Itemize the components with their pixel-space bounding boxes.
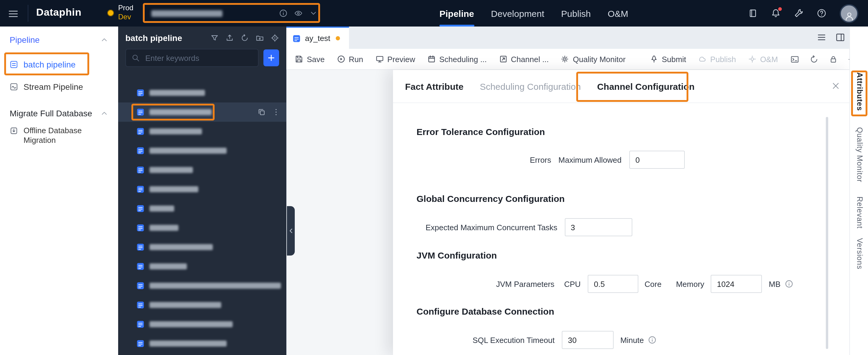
run-button[interactable]: Run bbox=[337, 55, 363, 64]
tree-item[interactable] bbox=[118, 122, 286, 141]
section-title-database-connection: Configure Database Connection bbox=[416, 306, 554, 316]
info-icon[interactable] bbox=[785, 280, 793, 288]
close-icon[interactable] bbox=[831, 82, 840, 90]
table-icon bbox=[136, 224, 145, 232]
memory-input[interactable] bbox=[711, 275, 762, 293]
sidebar-item-offline-database-migration[interactable]: Offline Database Migration bbox=[0, 122, 118, 150]
expected-max-concurrent-tasks-label: Expected Maximum Concurrent Tasks bbox=[426, 223, 557, 232]
search-icon bbox=[131, 54, 140, 62]
search-input[interactable] bbox=[144, 53, 253, 63]
wrench-icon[interactable] bbox=[794, 8, 804, 18]
section-title-error-tolerance: Error Tolerance Configuration bbox=[416, 127, 545, 137]
channel-config-button[interactable]: Channel ... bbox=[499, 55, 549, 64]
tab-channel-configuration[interactable]: Channel Configuration bbox=[597, 81, 694, 91]
locate-icon[interactable] bbox=[271, 34, 279, 42]
tab-fact-attribute[interactable]: Fact Attribute bbox=[405, 81, 464, 91]
sidebar-section-label: Migrate Full Database bbox=[10, 108, 92, 118]
masked-item-name bbox=[150, 341, 227, 347]
masked-item-name bbox=[150, 283, 281, 289]
channel-configuration-panel: Fact Attribute Scheduling Configuration … bbox=[393, 70, 850, 355]
tree-item[interactable] bbox=[118, 334, 286, 353]
project-selector[interactable] bbox=[148, 5, 321, 22]
copy-icon[interactable] bbox=[257, 108, 266, 116]
tree-item[interactable] bbox=[118, 141, 286, 160]
info-icon[interactable] bbox=[648, 336, 656, 344]
max-errors-input[interactable] bbox=[629, 151, 685, 169]
tree-item[interactable] bbox=[118, 180, 286, 199]
tree-item[interactable] bbox=[118, 276, 286, 295]
rail-tab-attributes[interactable]: Attributes bbox=[855, 72, 864, 111]
memory-label: Memory bbox=[676, 279, 704, 288]
run-icon bbox=[337, 55, 345, 63]
jvm-row: JVM Parameters CPU Core Memory MB bbox=[496, 275, 793, 293]
tree-item[interactable] bbox=[118, 102, 286, 122]
sidebar-section-migrate-full-database[interactable]: Migrate Full Database bbox=[0, 105, 118, 122]
info-icon[interactable] bbox=[279, 9, 287, 18]
tree-search bbox=[125, 49, 258, 67]
nav-publish[interactable]: Publish bbox=[561, 0, 591, 27]
tree-item[interactable] bbox=[118, 295, 286, 315]
tab-list-icon[interactable] bbox=[817, 33, 827, 42]
sidebar-header-pipeline[interactable]: Pipeline bbox=[0, 27, 118, 53]
tree-item[interactable] bbox=[118, 83, 286, 102]
chevron-down-icon[interactable] bbox=[309, 9, 318, 18]
object-tree-panel: batch pipeline bbox=[118, 27, 286, 355]
tab-label: ay_test bbox=[305, 34, 330, 43]
concurrent-tasks-input[interactable] bbox=[564, 218, 632, 236]
refresh-icon[interactable] bbox=[241, 34, 249, 42]
rail-tab-quality-monitor[interactable]: Quality Monitor bbox=[855, 127, 864, 182]
kebab-menu-icon[interactable] bbox=[272, 108, 280, 116]
tree-item[interactable] bbox=[118, 237, 286, 257]
rail-tab-versions[interactable]: Versions bbox=[855, 238, 864, 269]
export-icon[interactable] bbox=[225, 34, 234, 42]
publish-cloud-icon bbox=[698, 55, 707, 63]
menu-icon[interactable] bbox=[8, 8, 19, 19]
add-button[interactable] bbox=[264, 50, 279, 66]
tree-item[interactable] bbox=[118, 315, 286, 334]
docs-icon[interactable] bbox=[748, 8, 758, 18]
env-switcher[interactable]: Prod Dev bbox=[107, 4, 133, 22]
filter-icon[interactable] bbox=[210, 34, 219, 42]
tree-item[interactable] bbox=[118, 257, 286, 276]
om-button[interactable]: O&M bbox=[748, 55, 778, 64]
layout-icon[interactable] bbox=[835, 33, 845, 42]
main-area: ay_test Save Run Preview bbox=[286, 27, 850, 355]
tree-item[interactable] bbox=[118, 160, 286, 180]
submit-icon bbox=[650, 55, 658, 63]
new-folder-icon[interactable] bbox=[255, 34, 264, 42]
avatar[interactable] bbox=[840, 4, 858, 23]
notifications-button[interactable] bbox=[771, 8, 781, 18]
lock-icon[interactable] bbox=[829, 55, 838, 64]
tree-item[interactable] bbox=[118, 199, 286, 218]
nav-development[interactable]: Development bbox=[491, 0, 544, 27]
masked-item-name bbox=[150, 321, 233, 327]
scheduling-config-button[interactable]: Scheduling ... bbox=[427, 55, 487, 64]
sidebar-item-stream-pipeline[interactable]: Stream Pipeline bbox=[0, 75, 118, 98]
refresh-icon[interactable] bbox=[809, 55, 818, 64]
section-title-jvm: JVM Configuration bbox=[416, 250, 497, 260]
cpu-input[interactable] bbox=[588, 275, 639, 293]
publish-button[interactable]: Publish bbox=[698, 55, 736, 64]
help-icon[interactable] bbox=[817, 8, 827, 18]
sql-execution-timeout-label: SQL Execution Timeout bbox=[472, 335, 555, 345]
rail-tab-relevant[interactable]: Relevant bbox=[855, 196, 864, 229]
sidebar-item-label: batch pipeline bbox=[24, 59, 76, 69]
masked-item-name bbox=[150, 186, 198, 192]
panel-scrollbar[interactable] bbox=[826, 117, 828, 349]
sql-timeout-input[interactable] bbox=[562, 331, 614, 349]
tree-item[interactable] bbox=[118, 218, 286, 237]
panel-body: Error Tolerance Configuration Errors Max… bbox=[393, 102, 850, 355]
nav-pipeline[interactable]: Pipeline bbox=[439, 0, 474, 27]
preview-button[interactable]: Preview bbox=[375, 55, 415, 64]
sidebar-item-batch-pipeline[interactable]: batch pipeline bbox=[0, 53, 118, 75]
nav-om[interactable]: O&M bbox=[608, 0, 628, 27]
eye-icon[interactable] bbox=[294, 9, 303, 18]
quality-monitor-button[interactable]: Quality Monitor bbox=[561, 55, 626, 64]
tab-scheduling-configuration[interactable]: Scheduling Configuration bbox=[480, 81, 581, 91]
save-button[interactable]: Save bbox=[295, 55, 324, 64]
submit-button[interactable]: Submit bbox=[650, 55, 686, 64]
editor-tab-ay-test[interactable]: ay_test bbox=[286, 27, 349, 49]
terminal-icon[interactable] bbox=[790, 55, 799, 64]
collapse-panel-handle[interactable] bbox=[287, 206, 295, 256]
table-icon bbox=[136, 166, 145, 174]
